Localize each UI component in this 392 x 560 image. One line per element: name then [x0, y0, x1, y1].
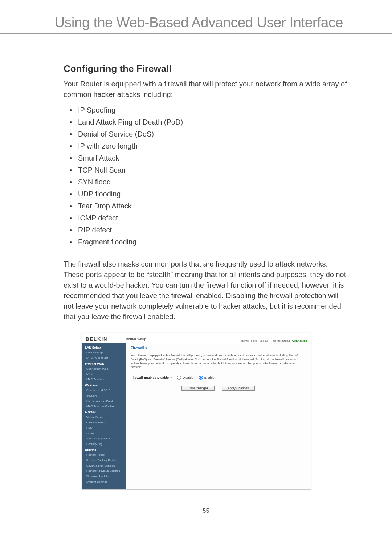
- clear-changes-button[interactable]: Clear Changes: [181, 386, 215, 391]
- firewall-toggle-row: Firewall Enable / Disable > Disable Enab…: [131, 375, 306, 380]
- sidebar-item[interactable]: System Settings: [82, 479, 126, 485]
- status-value: Connected: [292, 339, 307, 342]
- attack-list-item: IP Spoofing: [77, 104, 348, 116]
- sidebar-group: Utilities: [82, 447, 126, 453]
- radio-disable[interactable]: Disable: [177, 375, 193, 380]
- router-main: LAN SetupLAN SettingsDHCP Client ListInt…: [82, 343, 311, 489]
- sidebar-group: Wireless: [82, 382, 126, 388]
- stealth-paragraph: The firewall also masks common ports tha…: [64, 259, 348, 322]
- toggle-label: Firewall Enable / Disable >: [131, 376, 172, 380]
- attack-list-item: ICMP defect: [77, 212, 348, 224]
- sidebar-group: Firewall: [82, 409, 126, 415]
- sidebar-item[interactable]: Security Log: [82, 442, 126, 447]
- page-title-wrap: Using the Web-Based Advanced User Interf…: [0, 15, 392, 34]
- radio-enable-label: Enable: [204, 376, 215, 380]
- router-content: Firewall > Your Router is equipped with …: [126, 343, 311, 489]
- sidebar-item[interactable]: Restore Factory Default: [82, 458, 126, 463]
- apply-changes-button[interactable]: Apply Changes: [222, 386, 255, 391]
- attack-list-item: Fragment flooding: [77, 236, 348, 248]
- sidebar-item[interactable]: Save/Backup Settings: [82, 463, 126, 469]
- radio-enable[interactable]: Enable: [199, 375, 215, 380]
- sidebar-item[interactable]: LAN Settings: [82, 350, 126, 356]
- radio-enable-input[interactable]: [199, 376, 203, 380]
- attack-list-item: Smurf Attack: [77, 152, 348, 164]
- router-ui-screenshot: BELKIN Router Setup Home | Help | Logout…: [82, 333, 311, 490]
- sidebar-item[interactable]: MAC Address: [82, 377, 126, 382]
- sidebar-item[interactable]: Restart Router: [82, 453, 126, 458]
- sidebar-group: LAN Setup: [82, 345, 126, 350]
- sidebar-item[interactable]: Security: [82, 393, 126, 399]
- attack-list-item: UDP flooding: [77, 188, 348, 200]
- sidebar-item[interactable]: DDNS: [82, 431, 126, 437]
- router-logo: BELKIN: [86, 336, 107, 342]
- router-toplinks: Home | Help | Logout Internet Status: Co…: [241, 339, 307, 342]
- attack-list-item: Land Attack Ping of Death (PoD): [77, 116, 348, 128]
- attack-list-item: TCP Null Scan: [77, 164, 348, 176]
- sidebar-item[interactable]: DMZ: [82, 426, 126, 431]
- link-home[interactable]: Home: [241, 339, 249, 342]
- link-help[interactable]: Help: [251, 339, 257, 342]
- sidebar-item[interactable]: Virtual Servers: [82, 415, 126, 420]
- router-product-label: Router Setup: [126, 337, 146, 341]
- router-topbar: BELKIN Router Setup Home | Help | Logout…: [82, 333, 311, 343]
- sidebar-item[interactable]: Connection Type: [82, 366, 126, 372]
- section-heading: Configuring the Firewall: [64, 63, 348, 74]
- sidebar-item[interactable]: Client IP Filters: [82, 420, 126, 426]
- attack-list-item: Tear Drop Attack: [77, 200, 348, 212]
- page-title: Using the Web-Based Advanced User Interf…: [54, 15, 370, 31]
- link-logout[interactable]: Logout: [260, 339, 268, 342]
- router-buttons: Clear Changes Apply Changes: [131, 386, 306, 391]
- sidebar-item[interactable]: WAN Ping Blocking: [82, 436, 126, 442]
- router-breadcrumb: Firewall >: [131, 346, 306, 350]
- radio-disable-label: Disable: [183, 376, 193, 380]
- sidebar-item[interactable]: Restore Previous Settings: [82, 468, 126, 474]
- document-page: Using the Web-Based Advanced User Interf…: [0, 0, 392, 529]
- attack-list-item: Denial of Service (DoS): [77, 128, 348, 140]
- sidebar-item[interactable]: MAC Address Control: [82, 404, 126, 409]
- attack-list-item: SYN flood: [77, 176, 348, 188]
- body-area: Configuring the Firewall Your Router is …: [0, 63, 392, 514]
- intro-paragraph: Your Router is equipped with a firewall …: [64, 79, 348, 100]
- attack-list: IP SpoofingLand Attack Ping of Death (Po…: [64, 104, 348, 248]
- sidebar-item[interactable]: Firmware Update: [82, 474, 126, 479]
- sidebar-item[interactable]: DHCP Client List: [82, 356, 126, 361]
- sidebar-item[interactable]: DNS: [82, 372, 126, 377]
- sidebar-group: Internet WAN: [82, 361, 126, 366]
- router-sidebar: LAN SetupLAN SettingsDHCP Client ListInt…: [82, 343, 126, 489]
- radio-disable-input[interactable]: [177, 376, 181, 380]
- page-number: 55: [64, 508, 348, 514]
- attack-list-item: RIP defect: [77, 224, 348, 236]
- sidebar-item[interactable]: Channel and SSID: [82, 388, 126, 393]
- sidebar-item[interactable]: Use as Access Point: [82, 399, 126, 404]
- status-label: Internet Status:: [271, 339, 291, 342]
- router-description: Your Router is equipped with a firewall …: [131, 354, 298, 369]
- attack-list-item: IP with zero length: [77, 140, 348, 152]
